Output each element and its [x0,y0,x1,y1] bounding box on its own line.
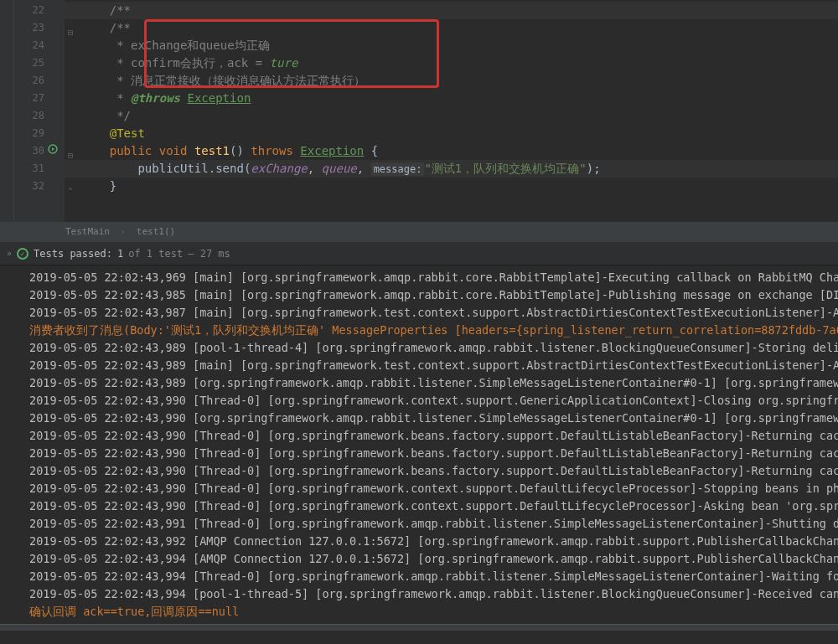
line-number[interactable]: 29 [14,125,65,142]
gutter-margin [0,0,14,222]
console-line[interactable]: 2019-05-05 22:02:43,969 [main] [org.spri… [0,269,838,286]
breadcrumb-class[interactable]: TestMain [65,226,110,237]
code-line[interactable]: */ [65,107,838,125]
breadcrumb-method[interactable]: test1() [137,226,175,237]
console-line[interactable]: 2019-05-05 22:02:43,990 [org.springframe… [0,410,838,427]
console-output[interactable]: 2019-05-05 22:02:43,969 [main] [org.spri… [0,265,838,624]
code-line[interactable]: * exChange和queue均正确 [65,37,838,54]
code-line[interactable]: ⊟ /** [65,19,838,37]
line-number[interactable]: 25 [14,54,65,72]
console-line[interactable]: 2019-05-05 22:02:43,990 [Thread-0] [org.… [0,392,838,410]
test-duration: – 27 ms [188,248,230,260]
run-gutter-icon[interactable] [44,142,58,160]
code-line[interactable]: * @throws Exception [65,90,838,107]
code-line[interactable]: /** [65,2,838,19]
console-line[interactable]: 2019-05-05 22:02:43,985 [main] [org.spri… [0,286,838,304]
line-number[interactable]: 31 [14,160,65,178]
console-line[interactable]: 确认回调 ack==true,回调原因==null [0,603,838,621]
line-gutter[interactable]: 2223242526272829303132 [14,0,65,222]
console-line[interactable]: 2019-05-05 22:02:43,989 [main] [org.spri… [0,357,838,374]
test-status-bar[interactable]: » ✓ Tests passed: 1 of 1 test – 27 ms [0,242,838,265]
line-number[interactable]: 24 [14,37,65,54]
bottom-bar [0,624,838,631]
console-line[interactable]: 2019-05-05 22:02:43,994 [pool-1-thread-5… [0,585,838,603]
console-line[interactable]: 2019-05-05 22:02:43,990 [Thread-0] [org.… [0,445,838,462]
editor-area[interactable]: 2223242526272829303132 /**⊟ /** * exChan… [0,0,838,222]
breadcrumb[interactable]: TestMain › test1() [0,222,838,242]
code-line[interactable]: * confirm会执行，ack = ture [65,54,838,72]
console-line[interactable]: 2019-05-05 22:02:43,990 [Thread-0] [org.… [0,480,838,497]
console-line[interactable]: 2019-05-05 22:02:43,990 [Thread-0] [org.… [0,462,838,480]
console-line[interactable]: 2019-05-05 22:02:43,994 [Thread-0] [org.… [0,568,838,585]
code-line[interactable]: ⊟ public void test1() throws Exception { [65,142,838,160]
code-editor[interactable]: /**⊟ /** * exChange和queue均正确 * confirm会执… [65,0,838,222]
line-number[interactable]: 26 [14,72,65,90]
line-number[interactable]: 22 [14,2,65,19]
console-line[interactable]: 2019-05-05 22:02:43,987 [main] [org.spri… [0,304,838,322]
test-total: of 1 test [128,248,183,260]
code-line[interactable]: ⌃ } [65,178,838,195]
code-line[interactable]: publicUtil.send(exChange, queue, message… [65,160,838,178]
code-line[interactable]: * 消息正常接收（接收消息确认方法正常执行） [65,72,838,90]
fold-icon[interactable]: ⊟ [66,147,75,155]
console-line[interactable]: 2019-05-05 22:02:43,989 [pool-1-thread-4… [0,339,838,357]
line-number[interactable]: 27 [14,90,65,107]
test-passed-count: 1 [117,248,123,260]
console-line[interactable]: 2019-05-05 22:02:43,989 [org.springframe… [0,374,838,392]
test-status-label: Tests passed: [34,248,112,260]
console-line[interactable]: 消费者收到了消息(Body:'测试1，队列和交换机均正确' MessagePro… [0,322,838,339]
line-number[interactable]: 28 [14,107,65,125]
line-number[interactable]: 32 [14,178,65,195]
test-pass-icon: ✓ [17,248,28,260]
line-number[interactable]: 23 [14,19,65,37]
console-line[interactable]: 2019-05-05 22:02:43,990 [Thread-0] [org.… [0,427,838,445]
console-line[interactable]: 2019-05-05 22:02:43,991 [Thread-0] [org.… [0,515,838,533]
breadcrumb-separator: › [121,226,127,237]
console-line[interactable]: 2019-05-05 22:02:43,990 [Thread-0] [org.… [0,497,838,515]
expand-icon[interactable]: » [7,249,12,258]
console-line[interactable]: 2019-05-05 22:02:43,994 [AMQP Connection… [0,550,838,568]
fold-icon[interactable]: ⌃ [66,182,75,190]
console-line[interactable]: 2019-05-05 22:02:43,992 [AMQP Connection… [0,533,838,550]
code-line[interactable]: @Test [65,125,838,142]
line-number[interactable]: 30 [14,142,65,160]
fold-icon[interactable]: ⊟ [66,23,75,32]
